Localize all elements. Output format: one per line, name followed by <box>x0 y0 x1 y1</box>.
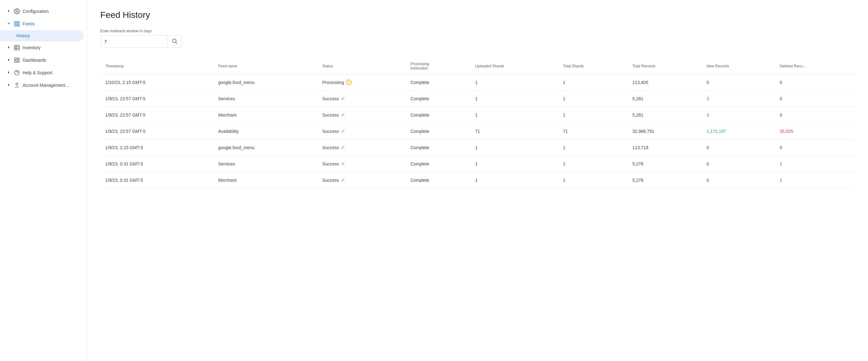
cell-deleted-records: 1 <box>775 172 856 188</box>
sidebar: Configuration Feeds History <box>0 0 88 361</box>
cell-processing-instruction: Complete <box>405 74 470 91</box>
sidebar-item-dashboards-label: Dashboards <box>23 58 46 63</box>
cell-processing-instruction: Complete <box>405 91 470 107</box>
cell-total-shards: 1 <box>558 156 627 172</box>
col-uploaded-shards: Uploaded Shards <box>470 58 558 74</box>
grid-icon <box>14 21 20 27</box>
status-success: Success ✓ <box>322 177 400 183</box>
table-header-row: Timestamp Feed name Status ProcessingIns… <box>100 58 856 74</box>
cell-new-records: 3 <box>702 91 775 107</box>
cell-total-shards: 1 <box>558 91 627 107</box>
cell-new-records: 0 <box>702 172 775 188</box>
cell-timestamp: 1/9/23, 23:57 GMT-5 <box>100 91 213 107</box>
sidebar-item-configuration-label: Configuration <box>23 9 49 14</box>
sidebar-item-dashboards[interactable]: Dashboards <box>0 54 87 66</box>
status-processing: Processing ⏱ <box>322 80 400 85</box>
cell-total-records: 32,966,791 <box>627 123 702 140</box>
cell-feed-name: Merchant <box>213 107 317 123</box>
cell-total-shards: 71 <box>558 123 627 140</box>
table-row: 1/9/23, 23:57 GMT-5 Availability Success… <box>100 123 856 140</box>
clock-icon: ⏱ <box>346 80 351 85</box>
svg-rect-9 <box>15 58 17 60</box>
cell-timestamp: 1/9/23, 0:31 GMT-5 <box>100 156 213 172</box>
status-text: Success <box>322 129 339 134</box>
svg-point-0 <box>16 11 18 12</box>
svg-rect-3 <box>15 25 17 26</box>
status-success: Success ✓ <box>322 96 400 101</box>
cell-total-records: 5,278 <box>627 172 702 188</box>
search-input[interactable] <box>101 36 167 47</box>
table-row: 1/9/23, 0:31 GMT-5 Services Success ✓ Co… <box>100 156 856 172</box>
cell-uploaded-shards: 1 <box>470 91 558 107</box>
search-button[interactable] <box>167 35 181 48</box>
col-deleted-records: Deleted Reco... <box>775 58 856 74</box>
svg-point-15 <box>16 83 18 85</box>
table-row: 1/9/23, 0:31 GMT-5 Merchant Success ✓ Co… <box>100 172 856 188</box>
cell-processing-instruction: Complete <box>405 172 470 188</box>
cell-status: Success ✓ <box>317 156 405 172</box>
sidebar-item-help[interactable]: Help & Support <box>0 66 87 79</box>
sidebar-item-configuration[interactable]: Configuration <box>0 5 87 18</box>
col-processing-instruction: ProcessingInstruction <box>405 58 470 74</box>
chevron-right-icon-inventory <box>6 45 11 51</box>
cell-processing-instruction: Complete <box>405 156 470 172</box>
cell-new-records: 0 <box>702 156 775 172</box>
cell-total-records: 113,718 <box>627 140 702 156</box>
cell-uploaded-shards: 1 <box>470 140 558 156</box>
sidebar-item-account[interactable]: Account Management... <box>0 79 87 91</box>
table-icon <box>14 44 20 51</box>
sidebar-item-help-label: Help & Support <box>23 70 52 75</box>
cell-total-shards: 1 <box>558 172 627 188</box>
svg-rect-11 <box>15 61 17 63</box>
sidebar-item-inventory[interactable]: Inventory <box>0 41 87 54</box>
cell-total-records: 5,281 <box>627 107 702 123</box>
cell-uploaded-shards: 1 <box>470 172 558 188</box>
cell-uploaded-shards: 1 <box>470 156 558 172</box>
cell-feed-name: google.food_menu <box>213 140 317 156</box>
account-icon <box>14 82 20 88</box>
main-content: Feed History Enter lookback window in da… <box>88 0 868 361</box>
sidebar-item-history[interactable]: History <box>0 30 84 41</box>
cell-processing-instruction: Complete <box>405 107 470 123</box>
cell-timestamp: 1/9/23, 23:57 GMT-5 <box>100 107 213 123</box>
cell-total-shards: 1 <box>558 107 627 123</box>
cell-timestamp: 1/9/23, 2:15 GMT-5 <box>100 140 213 156</box>
status-text: Success <box>322 96 339 101</box>
status-success: Success ✓ <box>322 145 400 150</box>
cell-feed-name: Availability <box>213 123 317 140</box>
chevron-right-icon-account <box>6 83 11 88</box>
gear-icon <box>14 8 20 14</box>
chevron-right-icon-dashboards <box>6 57 11 63</box>
col-status: Status <box>317 58 405 74</box>
check-icon: ✓ <box>341 128 345 134</box>
sidebar-item-inventory-label: Inventory <box>23 45 41 50</box>
status-text: Success <box>322 145 339 150</box>
svg-rect-1 <box>15 22 17 24</box>
cell-new-records: 3 <box>702 107 775 123</box>
cell-new-records: 0 <box>702 140 775 156</box>
status-success: Success ✓ <box>322 128 400 134</box>
col-timestamp: Timestamp <box>100 58 213 74</box>
status-success: Success ✓ <box>322 161 400 167</box>
svg-line-17 <box>176 42 177 44</box>
col-total-records: Total Records <box>627 58 702 74</box>
cell-timestamp: 1/9/23, 23:57 GMT-5 <box>100 123 213 140</box>
cell-status: Success ✓ <box>317 172 405 188</box>
col-total-shards: Total Shards <box>558 58 627 74</box>
table-row: 1/9/23, 2:15 GMT-5 google.food_menu Succ… <box>100 140 856 156</box>
cell-processing-instruction: Complete <box>405 140 470 156</box>
cell-status: Success ✓ <box>317 123 405 140</box>
cell-feed-name: Services <box>213 156 317 172</box>
status-text: Success <box>322 161 339 167</box>
cell-new-records: 0 <box>702 74 775 91</box>
svg-rect-12 <box>18 61 20 63</box>
chevron-right-icon <box>6 8 11 14</box>
cell-uploaded-shards: 71 <box>470 123 558 140</box>
check-icon: ✓ <box>341 177 345 183</box>
search-label: Enter lookback window in days <box>100 29 856 33</box>
table-row: 1/9/23, 23:57 GMT-5 Merchant Success ✓ C… <box>100 107 856 123</box>
feed-history-table: Timestamp Feed name Status ProcessingIns… <box>100 58 856 188</box>
sidebar-item-feeds[interactable]: Feeds <box>0 18 87 30</box>
cell-processing-instruction: Complete <box>405 123 470 140</box>
svg-rect-2 <box>18 22 20 24</box>
